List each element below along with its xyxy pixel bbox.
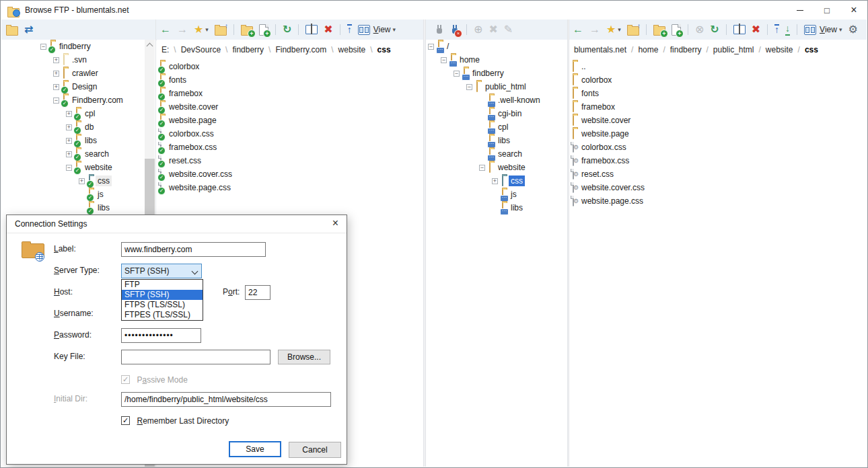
- tree-item-css[interactable]: +✓css: [1, 174, 155, 188]
- expand-box-icon[interactable]: +: [492, 178, 498, 184]
- collapse-box-icon[interactable]: −: [479, 165, 485, 171]
- file-item-reset-css[interactable]: ✓reset.css: [157, 154, 423, 167]
- refresh-button[interactable]: ↻: [283, 24, 291, 35]
- option-ftpes-tls-ssl[interactable]: FTPES (TLS/SSL): [122, 310, 203, 320]
- tree-item-findberry[interactable]: −···findberry: [426, 67, 567, 80]
- save-button[interactable]: Save: [229, 441, 281, 457]
- delete-button[interactable]: ✖: [752, 24, 760, 35]
- close-button[interactable]: ×: [840, 1, 867, 20]
- delete-button[interactable]: ✖: [324, 24, 332, 35]
- breadcrumb-item-home[interactable]: home: [638, 45, 658, 54]
- file-item-website-page-css[interactable]: ⚙website.page.css: [569, 194, 867, 208]
- expand-box-icon[interactable]: +: [53, 84, 59, 90]
- key-file-input[interactable]: [121, 350, 270, 364]
- breadcrumb-item-e[interactable]: E:: [161, 45, 169, 54]
- file-item-website-cover[interactable]: website.cover: [569, 114, 867, 127]
- option-ftp[interactable]: FTP: [122, 280, 203, 290]
- breadcrumb-item-devsource[interactable]: DevSource: [181, 45, 221, 54]
- file-item-website-cover-css[interactable]: ⚙website.cover.css: [569, 181, 867, 194]
- file-item-website-cover[interactable]: ✓website.cover: [157, 100, 423, 114]
- collapse-box-icon[interactable]: −: [454, 71, 460, 77]
- tree-item-cgi-bin[interactable]: ···cgi-bin: [426, 107, 567, 120]
- tree-item-libs[interactable]: ···libs: [426, 201, 567, 214]
- tree-item-js[interactable]: ✓js: [1, 188, 155, 201]
- label-input[interactable]: [121, 242, 266, 257]
- upload-button[interactable]: ↑: [347, 24, 352, 36]
- tree-item-home[interactable]: −···home: [426, 53, 567, 67]
- tree-item-crawler[interactable]: +crawler: [1, 67, 155, 80]
- breadcrumb-item-findberry[interactable]: findberry: [232, 45, 264, 54]
- cancel-button[interactable]: Cancel: [289, 442, 341, 458]
- tree-item-js[interactable]: ···js: [426, 188, 567, 201]
- breadcrumb-item-css[interactable]: css: [805, 45, 818, 54]
- tree-item-design[interactable]: +✓Design: [1, 80, 155, 93]
- settings-button[interactable]: ⚙: [848, 24, 857, 35]
- back-button[interactable]: ←: [160, 24, 171, 35]
- collapse-box-icon[interactable]: −: [441, 57, 447, 63]
- tree-item-libs[interactable]: +✓libs: [1, 134, 155, 147]
- expand-box-icon[interactable]: +: [66, 124, 72, 130]
- file-item-colorbox[interactable]: ✓colorbox: [157, 60, 423, 73]
- tree-item-findberry[interactable]: −✓findberry: [1, 40, 155, 53]
- tree-item-public-html[interactable]: −public_html: [426, 80, 567, 93]
- new-file-button[interactable]: +: [259, 24, 268, 36]
- view-menu-button[interactable]: View▾: [804, 25, 842, 35]
- download-button[interactable]: ↓: [785, 24, 790, 36]
- refresh-button[interactable]: ↻: [710, 24, 719, 35]
- new-file-button[interactable]: +: [672, 24, 681, 36]
- disconnect-button[interactable]: ×: [450, 24, 460, 36]
- dialog-close-icon[interactable]: ×: [332, 217, 338, 229]
- tree-item-search[interactable]: ···search: [426, 147, 567, 161]
- tree-item-libs[interactable]: ✓libs: [1, 201, 155, 214]
- favorites-button[interactable]: ★▾: [194, 24, 209, 35]
- breadcrumb-item-website[interactable]: website: [338, 45, 366, 54]
- minimize-button[interactable]: [787, 1, 813, 20]
- tree-item-libs[interactable]: ···libs: [426, 134, 567, 147]
- up-directory-button[interactable]: ↑: [215, 24, 227, 36]
- rename-button[interactable]: [733, 25, 746, 34]
- breadcrumb-item-findberry[interactable]: findberry: [670, 45, 702, 54]
- file-item-colorbox-css[interactable]: ⚙colorbox.css: [569, 141, 867, 154]
- expand-box-icon[interactable]: +: [66, 151, 72, 157]
- breadcrumb-item-website[interactable]: website: [766, 45, 793, 54]
- tree-item-search[interactable]: +✓search: [1, 147, 155, 161]
- collapse-box-icon[interactable]: −: [40, 44, 46, 50]
- tree-item-css[interactable]: +css: [426, 174, 567, 188]
- file-item-framebox-css[interactable]: ✓framebox.css: [157, 141, 423, 154]
- breadcrumb-item-blumentals-net[interactable]: blumentals.net: [574, 45, 626, 54]
- file-item-framebox[interactable]: ✓framebox: [157, 87, 423, 100]
- browse-button[interactable]: Browse...: [278, 350, 330, 364]
- breadcrumb-item-findberry-com[interactable]: Findberry.com: [275, 45, 326, 54]
- rename-button[interactable]: [305, 25, 318, 34]
- tree-item-website[interactable]: −✓website: [1, 161, 155, 174]
- breadcrumb-item-public-html[interactable]: public_html: [713, 45, 754, 54]
- collapse-box-icon[interactable]: −: [53, 98, 59, 104]
- back-button[interactable]: ←: [573, 24, 583, 35]
- tree-item-db[interactable]: +✓db: [1, 120, 155, 134]
- collapse-box-icon[interactable]: −: [428, 44, 434, 50]
- up-directory-button[interactable]: ↑: [627, 24, 639, 36]
- file-item-colorbox[interactable]: colorbox: [569, 73, 867, 87]
- breadcrumb-item-css[interactable]: css: [377, 45, 391, 54]
- tree-item-website[interactable]: −website: [426, 161, 567, 174]
- file-item-framebox[interactable]: framebox: [569, 100, 867, 114]
- maximize-button[interactable]: □: [813, 1, 840, 20]
- file-item-reset-css[interactable]: ⚙reset.css: [569, 167, 867, 181]
- expand-box-icon[interactable]: +: [79, 178, 85, 184]
- file-item-fonts[interactable]: ✓fonts: [157, 73, 423, 87]
- upload-button[interactable]: ↑: [774, 24, 779, 36]
- collapse-box-icon[interactable]: −: [66, 165, 72, 171]
- initial-dir-input[interactable]: [121, 392, 331, 407]
- tree-item-well-known[interactable]: ···.well-known: [426, 93, 567, 107]
- expand-box-icon[interactable]: +: [53, 57, 59, 63]
- tree-item-cpl[interactable]: +✓cpl: [1, 107, 155, 120]
- file-item-fonts[interactable]: fonts: [569, 87, 867, 100]
- file-item-website-cover-css[interactable]: ✓website.cover.css: [157, 167, 423, 181]
- server-type-select[interactable]: SFTP (SSH): [121, 264, 202, 278]
- tree-item-up[interactable]: −···/: [426, 40, 567, 53]
- tree-item-cpl[interactable]: ···cpl: [426, 120, 567, 134]
- tree-item-svn[interactable]: +.svn: [1, 53, 155, 67]
- scroll-up-button[interactable]: [145, 40, 155, 50]
- port-input[interactable]: [245, 285, 270, 300]
- option-ftps-tls-ssl[interactable]: FTPS (TLS/SSL): [122, 300, 203, 310]
